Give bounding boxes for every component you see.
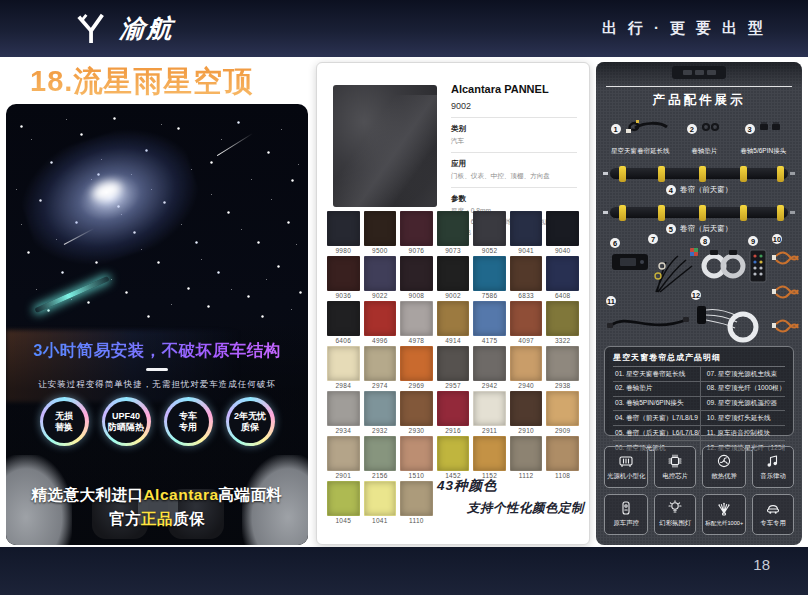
feature-box: 电控芯片	[654, 446, 696, 488]
feature-label: 原车声控	[613, 519, 639, 528]
install-subtext: 让安装过程变得简单快捷，无需担忧对爱车造成任何破坏	[6, 379, 308, 391]
brand-logo-icon	[72, 13, 112, 45]
fabric-code: 9002	[451, 101, 577, 111]
color-swatch-chip	[327, 391, 360, 426]
roller-clip	[740, 166, 747, 182]
page-title: 18.流星雨星空顶	[30, 62, 253, 102]
color-swatch: 2910	[510, 391, 543, 434]
voice-control-icon	[618, 500, 634, 516]
feature-label: 标配光纤1000+	[705, 520, 743, 528]
item-number-badge: 11	[606, 296, 616, 306]
color-swatch-code: 9052	[473, 247, 506, 254]
color-swatch-chip	[327, 256, 360, 291]
parts-list-entry: 04. 卷帘（前天窗）L7/L8/L9	[613, 411, 700, 426]
color-swatch-code: 9040	[546, 247, 579, 254]
color-swatch: 2957	[437, 346, 470, 389]
roller-label-text: 卷帘（前天窗）	[680, 185, 733, 195]
highlighted-text: Alcantara	[143, 486, 218, 503]
divider-dash	[146, 368, 168, 371]
color-swatch-chip	[473, 301, 506, 336]
feature-label: 散热优异	[711, 472, 737, 481]
accessory-item-label: 卷轴5/6PIN接头	[740, 147, 786, 156]
roller-clip	[740, 205, 747, 221]
chip-icon	[667, 453, 683, 469]
color-swatch: 9052	[473, 211, 506, 254]
color-swatch-chip	[364, 211, 397, 246]
color-swatch-code: 9500	[364, 247, 397, 254]
badge-line: 无损	[55, 411, 73, 421]
roller-clip	[777, 166, 784, 182]
color-swatch-code: 2942	[473, 382, 506, 389]
color-swatch-chip	[364, 346, 397, 381]
feature-badge-text: UPF40防晒隔热	[105, 401, 147, 443]
feature-badge: UPF40防晒隔热	[102, 397, 151, 446]
accessory-item-visual: 3	[745, 114, 782, 144]
color-swatch-code: 9041	[510, 247, 543, 254]
color-swatch-code: 9022	[364, 292, 397, 299]
color-swatch: 4978	[400, 301, 433, 344]
feature-box: 光源机小型化	[604, 446, 648, 488]
roller-label: 5卷帘（后天窗）	[606, 224, 792, 234]
fabric-panel-card: Alcantara PANNEL 9002 类别 汽车 应用 门板、仪表、中控、…	[316, 62, 590, 545]
color-swatch-code: 2930	[400, 427, 433, 434]
color-swatch-chip	[546, 256, 579, 291]
color-swatch-code: 2984	[327, 382, 360, 389]
color-swatch: 2901	[327, 436, 360, 479]
roller-clip	[777, 205, 784, 221]
color-swatch: 2909	[546, 391, 579, 434]
accessory-items-row: 1星空天窗卷帘延长线2卷轴垫片3卷轴5/6PIN接头	[600, 114, 798, 156]
category-label: 类别	[451, 124, 577, 134]
badge-line: 专车	[179, 411, 197, 421]
badge-line: 防晒隔热	[108, 422, 144, 432]
roller-clip	[619, 166, 626, 182]
accessory-item-visual: 1	[611, 114, 670, 144]
parts-list-entry: 10. 星空顶灯头延长线	[700, 411, 785, 426]
parts-list-entry: 07. 星空顶光源机主线束	[700, 367, 785, 382]
long-cable-icon	[606, 308, 690, 338]
feature-badge: 2年无忧质保	[226, 397, 275, 446]
roller-bar	[610, 168, 788, 179]
color-swatch-code: 2938	[546, 382, 579, 389]
highlighted-text: 正品	[141, 510, 173, 527]
color-swatch-code: 9036	[327, 292, 360, 299]
color-swatch-chip	[437, 211, 470, 246]
color-swatch: 1452	[437, 436, 470, 479]
color-swatch-code: 4914	[437, 337, 470, 344]
color-swatch: 4914	[437, 301, 470, 344]
color-swatch: 4097	[510, 301, 543, 344]
color-swatch-chip	[473, 346, 506, 381]
roller-clip	[658, 205, 665, 221]
brand-logo: 渝航	[72, 12, 174, 45]
color-swatch-code: 9076	[400, 247, 433, 254]
color-swatch-code: 2916	[437, 427, 470, 434]
feature-box: 音乐律动	[752, 446, 794, 488]
roller-clip	[699, 205, 706, 221]
sunroof-deco	[672, 66, 726, 79]
slide-page: 渝航 出行·更要出型 18.流星雨星空顶 3小时简易安装，不破坏原车结构 让安装…	[0, 0, 808, 595]
color-swatch-code: 4978	[400, 337, 433, 344]
footer-bar: 18	[0, 547, 808, 595]
feature-box: 幻彩氛围灯	[654, 494, 696, 536]
color-swatch-chip	[400, 436, 433, 471]
starry-roof-image: 3小时简易安装，不破坏原车结构 让安装过程变得简单快捷，无需担忧对爱车造成任何破…	[6, 104, 308, 545]
color-swatch-chip	[327, 211, 360, 246]
badge-line: 2年无忧	[234, 411, 266, 421]
color-swatch-chip	[437, 391, 470, 426]
color-swatch: 6408	[546, 256, 579, 299]
params-label: 参数	[451, 194, 577, 204]
color-swatch: 2930	[400, 391, 433, 434]
fabric-sample-image	[333, 85, 437, 207]
loose-accessories: 6789101112	[596, 234, 802, 342]
music-icon	[765, 453, 781, 469]
fabric-name: Alcantara PANNEL	[451, 83, 577, 95]
color-swatch: 2156	[364, 436, 397, 479]
color-swatch: 1045	[327, 481, 360, 524]
color-swatch-code: 2974	[364, 382, 397, 389]
meteor-streak	[217, 133, 253, 156]
parts-list-panel: 星空天窗卷帘总成产品明细 01. 星空天窗卷帘延长线07. 星空顶光源机主线束0…	[604, 346, 794, 436]
color-swatch-chip	[510, 391, 543, 426]
color-swatch: 2938	[546, 346, 579, 389]
color-swatch-chip	[400, 301, 433, 336]
application-value: 门板、仪表、中控、顶棚、方向盘	[451, 171, 577, 181]
stars-layer	[6, 104, 7, 105]
